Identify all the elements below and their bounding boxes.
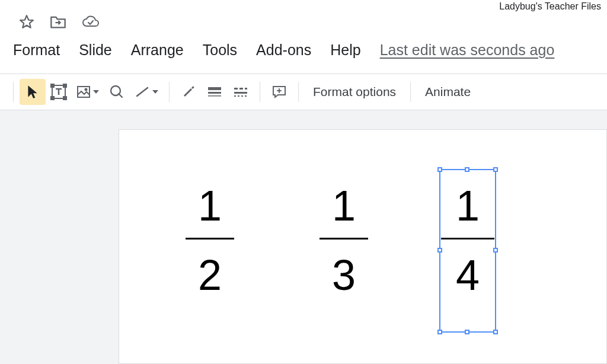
textbox-tool-button[interactable] (46, 79, 72, 105)
move-folder-icon[interactable] (50, 15, 66, 29)
svg-rect-17 (238, 95, 239, 97)
svg-point-7 (85, 89, 87, 91)
image-tool-button[interactable] (72, 79, 104, 105)
svg-rect-9 (208, 87, 221, 90)
fraction-object[interactable]: 1 3 (311, 184, 376, 296)
svg-rect-2 (51, 84, 54, 87)
line-tool-button[interactable] (130, 79, 163, 105)
chevron-down-icon (93, 90, 99, 94)
toolbar-separator (410, 82, 411, 102)
menubar: Format Slide Arrange Tools Add-ons Help … (13, 41, 554, 59)
resize-handle[interactable] (493, 330, 498, 334)
svg-rect-15 (234, 92, 247, 94)
svg-rect-13 (239, 88, 243, 90)
chevron-down-icon (152, 90, 158, 94)
svg-rect-18 (241, 95, 243, 97)
fraction-numerator: 1 (311, 184, 376, 227)
svg-rect-11 (208, 95, 221, 97)
resize-handle[interactable] (493, 248, 498, 253)
last-edit-link[interactable]: Last edit was seconds ago (380, 41, 555, 59)
menu-addons[interactable]: Add-ons (256, 41, 311, 59)
toolbar-separator (260, 82, 260, 102)
toolbar: Format options Animate (0, 74, 607, 110)
toolbar-separator (169, 82, 170, 102)
svg-rect-19 (245, 95, 247, 97)
resize-handle[interactable] (465, 330, 469, 334)
svg-rect-4 (51, 97, 54, 100)
menu-format[interactable]: Format (13, 41, 60, 59)
star-icon[interactable] (19, 14, 34, 30)
svg-rect-10 (208, 92, 221, 94)
menu-tools[interactable]: Tools (203, 41, 237, 59)
format-options-button[interactable]: Format options (305, 85, 404, 99)
resize-handle[interactable] (465, 167, 469, 172)
svg-rect-5 (63, 97, 66, 100)
menu-slide[interactable]: Slide (79, 41, 112, 59)
resize-handle[interactable] (493, 167, 498, 172)
shape-tool-button[interactable] (104, 79, 130, 105)
fraction-denominator: 3 (311, 254, 376, 296)
fraction-object[interactable]: 1 2 (177, 184, 242, 296)
line-weight-button[interactable] (202, 79, 228, 105)
animate-button[interactable]: Animate (417, 85, 479, 99)
toolbar-separator (298, 82, 299, 102)
resize-handle[interactable] (437, 330, 442, 334)
toolbar-separator (13, 82, 14, 102)
resize-handle[interactable] (437, 248, 442, 253)
selection-box[interactable]: 1 4 (439, 169, 496, 333)
fraction-numerator: 1 (440, 184, 495, 227)
menu-help[interactable]: Help (330, 41, 360, 59)
svg-rect-3 (63, 84, 66, 87)
line-color-button[interactable] (175, 79, 202, 105)
fraction-bar (320, 238, 368, 240)
svg-rect-16 (234, 95, 236, 97)
fraction-bar (441, 238, 494, 240)
fraction-denominator: 2 (177, 254, 242, 296)
resize-handle[interactable] (437, 167, 442, 172)
select-tool-button[interactable] (20, 79, 46, 105)
fraction-numerator: 1 (177, 184, 242, 227)
svg-rect-14 (245, 88, 247, 90)
line-dash-button[interactable] (228, 79, 254, 105)
menu-arrange[interactable]: Arrange (131, 41, 184, 59)
comment-button[interactable] (266, 79, 292, 105)
fraction-bar (186, 238, 234, 240)
attribution-text: Ladybug's Teacher Files (499, 1, 601, 12)
slide[interactable]: 1 2 1 3 1 4 (119, 129, 607, 364)
svg-rect-6 (78, 87, 90, 97)
fraction-denominator: 4 (440, 254, 495, 296)
svg-rect-12 (234, 88, 238, 90)
canvas-area[interactable]: 1 2 1 3 1 4 (0, 110, 607, 364)
cloud-saved-icon[interactable] (82, 15, 100, 28)
svg-marker-0 (20, 15, 33, 28)
fraction-object-selected[interactable]: 1 4 (440, 184, 495, 296)
